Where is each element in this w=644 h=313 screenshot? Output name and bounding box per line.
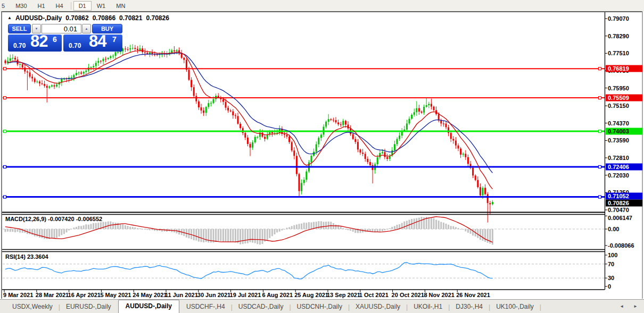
date-label: 16 Apr 2021	[68, 292, 101, 298]
macd-axis-label: 0.006147	[608, 215, 632, 221]
collapse-triangle-icon[interactable]: ▲	[7, 15, 12, 20]
price-axis-label: 0.75150	[608, 103, 629, 109]
price-badge-0.72406: 0.72406	[606, 163, 642, 170]
symbol-name: AUDUSD-,Daily	[15, 14, 62, 22]
ma-fast-line	[8, 50, 493, 189]
date-label: 1 Oct 2021	[359, 292, 389, 298]
price-badge-0.74003: 0.74003	[606, 128, 642, 135]
date-label: 13 Sep 2021	[327, 292, 360, 298]
price-axis-label: 0.72810	[608, 155, 629, 161]
price-axis-label: 0.72030	[608, 172, 629, 179]
date-label: 30 Jun 2021	[197, 292, 230, 298]
sell-price-base: 0.70	[13, 42, 26, 49]
buy-price-pips: 84	[89, 35, 106, 51]
date-label: 24 May 2021	[133, 292, 167, 298]
trading-app-window: 5M30H1H4D1W1MN ▲ AUDUSD-,Daily 0.70862 0…	[0, 0, 644, 313]
chart-title: ▲ AUDUSD-,Daily 0.70862 0.70866 0.70821 …	[7, 14, 169, 22]
rsi-axis-label: 30	[608, 275, 614, 281]
buy-price-base: 0.70	[69, 42, 81, 49]
one-click-trade-panel: SELL ▼ ▲ BUY 0.70 82 6 0.70 84 7	[8, 24, 122, 52]
pane-borders	[2, 12, 607, 292]
date-label: 26 Nov 2021	[456, 292, 490, 298]
date-label: 11 Jun 2021	[165, 292, 198, 298]
price-axis-label: 0.78290	[608, 33, 629, 39]
ohlc-high: 0.70866	[93, 14, 115, 22]
price-axis-label: 0.77510	[608, 50, 629, 56]
sell-price-point: 6	[53, 35, 57, 44]
sell-price-panel[interactable]: 0.70 82 6	[8, 35, 62, 52]
rsi-axis-label: 0	[608, 283, 611, 290]
buy-price-point: 7	[112, 35, 117, 44]
hline-0.76819[interactable]	[3, 67, 605, 70]
date-label: 9 Mar 2021	[3, 292, 33, 298]
date-label: 5 May 2021	[100, 292, 131, 298]
date-label: 28 Mar 2021	[36, 292, 69, 298]
price-badge-0.70826: 0.70826	[606, 200, 642, 207]
price-badge-0.75509: 0.75509	[606, 95, 642, 101]
date-label: 8 Nov 2021	[424, 292, 454, 298]
price-badge-0.71052: 0.71052	[606, 192, 642, 199]
macd-label: MACD(12,26,9) -0.007420 -0.006552	[5, 216, 102, 222]
buy-button[interactable]: BUY	[92, 24, 122, 33]
ohlc-open: 0.70862	[65, 14, 88, 22]
date-label: 6 Aug 2021	[262, 292, 293, 298]
sell-button[interactable]: SELL	[8, 24, 31, 33]
price-axis-label: 0.79070	[608, 15, 629, 22]
price-axis-label: 0.70470	[608, 207, 629, 213]
hline-0.72406[interactable]	[3, 166, 605, 168]
volume-decrease-button[interactable]: ▼	[32, 24, 41, 33]
date-label: 20 Oct 2021	[392, 292, 424, 298]
trade-panel-controls: SELL ▼ ▲ BUY	[8, 24, 122, 33]
hline-0.75509[interactable]	[3, 97, 605, 99]
buy-price-panel[interactable]: 0.70 84 7	[63, 35, 122, 52]
candles-layer	[5, 44, 493, 223]
rsi-axis-label: 70	[608, 261, 614, 267]
sell-price-pips: 82	[30, 35, 47, 51]
price-axis-label: 0.75950	[608, 85, 629, 91]
indicator-gridlines	[3, 229, 605, 278]
rsi-label: RSI(14) 23.3604	[5, 253, 48, 260]
volume-input[interactable]	[42, 24, 81, 33]
price-axis-label: 0.74370	[608, 120, 629, 126]
ohlc-low: 0.70821	[119, 14, 142, 22]
macd-axis-label: 0.00	[608, 226, 619, 232]
hline-0.71052[interactable]	[3, 196, 605, 198]
hline-0.74003[interactable]	[3, 130, 605, 133]
date-label: 19 Jul 2021	[230, 292, 261, 298]
ohlc-close: 0.70826	[146, 14, 169, 22]
volume-increase-button[interactable]: ▲	[82, 24, 91, 33]
rsi-axis-label: 100	[608, 252, 617, 258]
price-axis-label: 0.73590	[608, 137, 629, 143]
macd-axis-label: -0.008066	[608, 242, 634, 249]
price-badge-0.76819: 0.76819	[606, 65, 642, 72]
rsi-line	[5, 263, 492, 279]
date-label: 25 Aug 2021	[294, 292, 328, 298]
